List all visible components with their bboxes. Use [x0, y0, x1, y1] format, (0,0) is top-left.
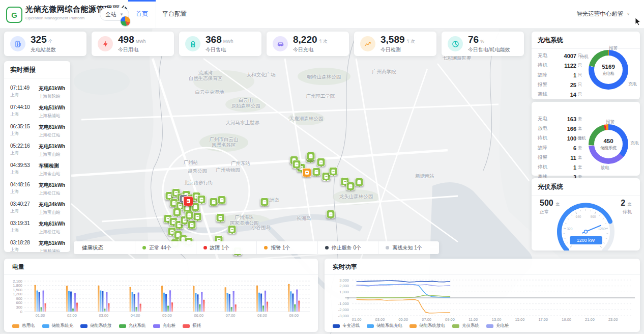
legend-item[interactable]: 储能系统放: [80, 323, 112, 329]
pv-normal-unit: 套: [555, 202, 560, 207]
battery-icon: [185, 36, 200, 51]
charger-glyph-icon: [168, 194, 171, 198]
svg-text:13:00: 13:00: [492, 317, 502, 321]
kpi-value: 498: [118, 34, 134, 45]
marker-tail: [263, 205, 266, 208]
tab-platform-config[interactable]: 平台配置: [159, 0, 190, 28]
user-menu-label: 智光运营中心超管: [576, 10, 623, 18]
kpi-text: 3,589车次今日检测: [380, 35, 415, 53]
charger-glyph-icon: [358, 180, 361, 184]
donut-callout-label: 报警: [606, 119, 614, 125]
station-marker-normal[interactable]: [210, 198, 218, 206]
broadcast-station: 上海普陀站: [39, 94, 65, 100]
sphere-marker-icon[interactable]: [121, 16, 130, 26]
station-marker-fault[interactable]: [183, 196, 193, 206]
charger-glyph-icon: [188, 213, 191, 217]
marker-tail: [319, 165, 323, 169]
list-item: 04:39:53上海车辆检测上海金山站: [10, 160, 64, 179]
svg-text:01:00: 01:00: [36, 313, 45, 318]
health-status-label: 故障 1个: [210, 244, 229, 252]
broadcast-list[interactable]: 07:11:49上海充电61kWh上海普陀站07:44:10上海充电51kWh上…: [4, 81, 70, 252]
legend-item[interactable]: 充电桩: [153, 323, 176, 329]
station-marker-normal[interactable]: [327, 210, 335, 218]
legend-item[interactable]: 充电桩: [486, 323, 509, 329]
storage-system-panel: 充电163套放电166套待机100套故障6套报警11套停机1套离线3套 450储…: [532, 102, 640, 176]
legend-item[interactable]: 损耗: [183, 323, 201, 329]
user-menu[interactable]: 智光运营中心超管 ∨: [576, 0, 630, 28]
charger-glyph-icon: [187, 199, 190, 203]
list-item: 07:44:10上海充电51kWh上海杨浦站: [10, 102, 64, 121]
legend-item[interactable]: 储能系统放电: [409, 323, 445, 329]
charging-stat-row: 离线14只: [538, 90, 640, 99]
health-status-dot: [142, 246, 146, 249]
station-marker-alarm[interactable]: [302, 168, 311, 177]
marker-tail: [220, 203, 223, 206]
broadcast-event-col: 充电34kWh上海宝山站: [39, 201, 65, 216]
station-marker-normal[interactable]: [329, 167, 338, 176]
health-legend-item[interactable]: 报警 1个: [256, 241, 317, 254]
svg-text:0: 0: [347, 296, 349, 300]
legend-item[interactable]: 储能系统充电: [367, 323, 402, 329]
stat-label: 离线: [538, 91, 555, 98]
svg-text:09:00: 09:00: [289, 313, 299, 318]
station-marker-normal[interactable]: [317, 158, 326, 166]
legend-item[interactable]: 总用电: [12, 323, 35, 329]
kpi-value-row: 8,220车次: [293, 35, 328, 45]
donut-center: 5169充电枪: [594, 55, 623, 84]
svg-text:21:00: 21:00: [585, 317, 595, 321]
svg-text:23:00: 23:00: [608, 317, 618, 321]
station-marker-normal[interactable]: [173, 208, 182, 216]
legend-label: 光伏系统: [129, 323, 146, 329]
legend-label: 储能系统放电: [419, 323, 445, 329]
kpi-value: 3,589: [380, 34, 405, 45]
kpi-text: 498MWh今日用电: [118, 35, 146, 53]
station-marker-normal[interactable]: [216, 213, 225, 222]
station-marker-normal[interactable]: [193, 212, 202, 221]
health-legend-item[interactable]: 正常 44个: [135, 241, 196, 254]
charger-glyph-icon: [263, 200, 267, 204]
health-status-dot: [325, 246, 329, 249]
svg-text:1,000: 1,000: [339, 290, 349, 294]
health-status-bar: 健康状态正常 44个故障 1个报警 1个停止服务 0个离线未知 1个: [74, 241, 439, 254]
legend-item[interactable]: 储能系统充: [42, 323, 74, 329]
broadcast-event-col: 充电61kWh上海松江站: [39, 182, 65, 197]
charging-system-panel: 充电系统 充电4007只待机1122只故障1只报警25只离线14只 5169充电…: [532, 32, 640, 99]
charger-glyph-icon: [305, 171, 309, 175]
power-line-chart: -3,000-2,000-1,00001,0002,0003,00001:000…: [329, 277, 636, 321]
station-marker-normal[interactable]: [307, 152, 315, 160]
broadcast-station: 上海松江站: [39, 132, 65, 138]
svg-text:06:00: 06:00: [194, 313, 203, 318]
marker-tail: [188, 218, 191, 221]
health-legend-item[interactable]: 停止服务 0个: [317, 241, 378, 254]
station-marker-normal[interactable]: [355, 178, 364, 186]
station-marker-normal[interactable]: [188, 220, 196, 229]
svg-text:2,100: 2,100: [13, 279, 22, 284]
station-marker-normal[interactable]: [185, 211, 194, 219]
stat-value: 4007: [555, 53, 576, 59]
svg-text:04:00: 04:00: [131, 313, 140, 318]
stat-label: 报警: [538, 154, 555, 161]
station-marker-normal[interactable]: [260, 198, 269, 206]
broadcast-time-col: 07:11:49上海: [10, 85, 34, 100]
station-marker-normal[interactable]: [312, 168, 321, 176]
tab-home[interactable]: 首页: [128, 0, 156, 28]
station-marker-normal[interactable]: [218, 196, 226, 204]
legend-item[interactable]: 光伏系统: [452, 323, 479, 329]
donut-callout-label: 待机: [580, 54, 589, 60]
marker-tail: [236, 255, 239, 258]
stat-label: 待机: [538, 62, 555, 69]
kpi-label: 今日售电: [206, 46, 233, 53]
marker-tail: [194, 210, 197, 213]
broadcast-event: 充电61kWh: [39, 85, 65, 92]
station-marker-normal[interactable]: [292, 160, 301, 169]
station-marker-normal[interactable]: [346, 182, 355, 190]
health-legend-item[interactable]: 离线未知 1个: [378, 241, 439, 254]
legend-item[interactable]: 光伏系统: [119, 323, 146, 329]
broadcast-event-col: 充电51kWh上海杨浦站: [39, 104, 65, 119]
station-marker-normal[interactable]: [228, 225, 237, 234]
legend-item[interactable]: 专变进线: [333, 323, 360, 329]
svg-text:09:00: 09:00: [445, 317, 455, 321]
legend-label: 储能系统充电: [376, 323, 402, 329]
health-legend-item[interactable]: 故障 1个: [196, 241, 257, 254]
broadcast-time-col: 03:18:28上海: [10, 240, 34, 252]
